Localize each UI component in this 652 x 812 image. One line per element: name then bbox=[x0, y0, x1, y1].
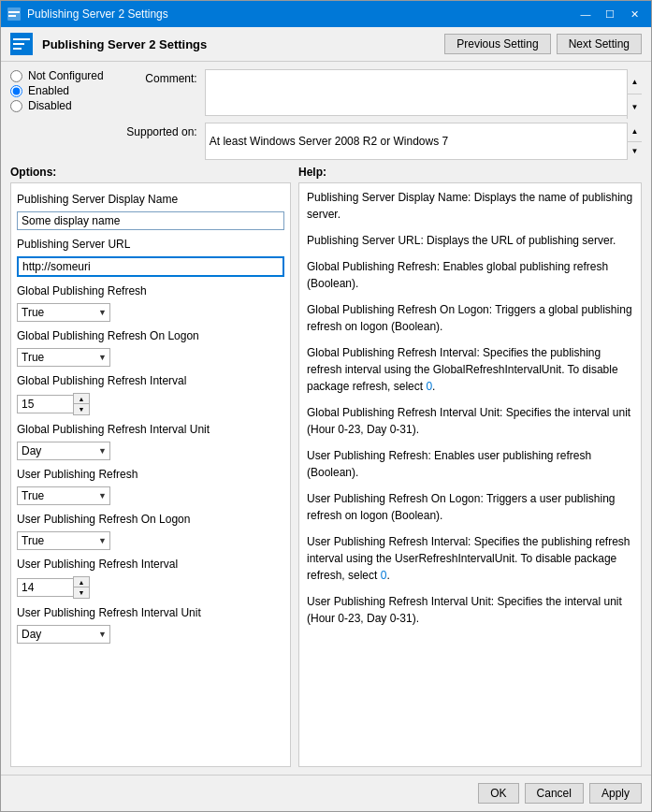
header-title: Publishing Server 2 Settings bbox=[42, 37, 435, 51]
svg-rect-4 bbox=[13, 38, 30, 40]
comment-textarea[interactable] bbox=[205, 69, 642, 116]
help-para-7: User Publishing Refresh: Enables user pu… bbox=[307, 447, 633, 481]
section-labels: Options: Help: bbox=[10, 166, 642, 179]
global-refresh-unit-wrapper: Day Hour ▼ bbox=[17, 442, 110, 460]
main-panels: Publishing Server Display Name Publishin… bbox=[10, 182, 642, 767]
svg-rect-2 bbox=[8, 15, 16, 17]
comment-label: Comment: bbox=[113, 69, 197, 85]
user-refresh-interval-up[interactable]: ▲ bbox=[74, 577, 89, 587]
global-refresh-unit-select[interactable]: Day Hour bbox=[17, 442, 110, 460]
user-refresh-interval-down[interactable]: ▼ bbox=[74, 587, 89, 598]
comment-wrapper: ▲ ▼ bbox=[205, 69, 642, 119]
help-para-5: Global Publishing Refresh Interval: Spec… bbox=[307, 344, 633, 395]
user-refresh-wrapper: True False ▼ bbox=[17, 486, 110, 505]
radio-disabled[interactable]: Disabled bbox=[10, 99, 104, 112]
global-refresh-interval-up[interactable]: ▲ bbox=[74, 394, 89, 404]
global-refresh-unit-label: Global Publishing Refresh Interval Unit bbox=[17, 423, 284, 436]
options-label: Options: bbox=[10, 166, 56, 179]
enabled-label: Enabled bbox=[28, 84, 69, 97]
help-link-2[interactable]: 0 bbox=[381, 569, 387, 582]
supported-wrapper: At least Windows Server 2008 R2 or Windo… bbox=[205, 123, 642, 160]
user-refresh-interval-spinners: ▲ ▼ bbox=[73, 576, 90, 599]
options-label-wrapper: Options: bbox=[10, 166, 291, 179]
global-refresh-select[interactable]: True False bbox=[17, 303, 110, 322]
close-button[interactable]: ✕ bbox=[623, 5, 645, 23]
not-configured-label: Not Configured bbox=[28, 69, 104, 82]
radio-enabled[interactable]: Enabled bbox=[10, 84, 104, 97]
global-refresh-interval-down[interactable]: ▼ bbox=[74, 404, 89, 414]
prev-setting-button[interactable]: Previous Setting bbox=[444, 34, 550, 54]
disabled-label: Disabled bbox=[28, 99, 72, 112]
help-para-4: Global Publishing Refresh On Logon: Trig… bbox=[307, 301, 633, 335]
comment-supported-section: Comment: ▲ ▼ Supported on: At least Wind… bbox=[113, 69, 642, 160]
help-label: Help: bbox=[298, 166, 326, 179]
main-window: Publishing Server 2 Settings — ☐ ✕ Publi… bbox=[0, 0, 652, 812]
svg-rect-0 bbox=[7, 7, 21, 21]
supported-label: Supported on: bbox=[113, 123, 197, 138]
not-configured-radio[interactable] bbox=[10, 70, 22, 82]
help-para-3: Global Publishing Refresh: Enables globa… bbox=[307, 258, 633, 292]
global-refresh-wrapper: True False ▼ bbox=[17, 303, 110, 322]
global-refresh-logon-select[interactable]: True False bbox=[17, 348, 110, 367]
help-para-8: User Publishing Refresh On Logon: Trigge… bbox=[307, 490, 633, 524]
supported-value: At least Windows Server 2008 R2 or Windo… bbox=[205, 123, 642, 160]
content-area: Not Configured Enabled Disabled Comment: bbox=[1, 62, 651, 775]
maximize-button[interactable]: ☐ bbox=[599, 5, 621, 23]
supported-row: Supported on: At least Windows Server 20… bbox=[113, 123, 642, 160]
next-setting-button[interactable]: Next Setting bbox=[557, 34, 642, 54]
help-para-10: User Publishing Refresh Interval Unit: S… bbox=[307, 593, 633, 627]
user-refresh-interval-wrapper: ▲ ▼ bbox=[17, 576, 92, 599]
global-refresh-interval-input[interactable] bbox=[17, 395, 73, 413]
display-name-input[interactable] bbox=[17, 211, 284, 230]
comment-scroll-down[interactable]: ▼ bbox=[628, 94, 642, 119]
user-refresh-logon-select[interactable]: True False bbox=[17, 531, 110, 550]
user-refresh-select[interactable]: True False bbox=[17, 486, 110, 505]
options-panel: Publishing Server Display Name Publishin… bbox=[10, 182, 291, 767]
window-icon bbox=[7, 7, 22, 22]
global-refresh-logon-label: Global Publishing Refresh On Logon bbox=[17, 329, 284, 342]
user-refresh-label: User Publishing Refresh bbox=[17, 468, 284, 481]
help-para-1: Publishing Server Display Name: Displays… bbox=[307, 189, 633, 223]
comment-scroll-up[interactable]: ▲ bbox=[628, 69, 642, 94]
disabled-radio[interactable] bbox=[10, 100, 22, 112]
supported-scroll: ▲ ▼ bbox=[627, 123, 642, 160]
enabled-radio[interactable] bbox=[10, 85, 22, 97]
help-label-wrapper: Help: bbox=[298, 166, 642, 179]
radio-section: Not Configured Enabled Disabled bbox=[10, 69, 104, 154]
user-refresh-interval-input[interactable] bbox=[17, 578, 73, 597]
window-controls: — ☐ ✕ bbox=[574, 5, 645, 23]
footer: OK Cancel Apply bbox=[1, 775, 651, 811]
supported-scroll-down[interactable]: ▼ bbox=[628, 142, 642, 161]
ok-button[interactable]: OK bbox=[478, 783, 518, 804]
header-buttons: Previous Setting Next Setting bbox=[444, 34, 642, 54]
user-refresh-unit-select[interactable]: Day Hour bbox=[17, 625, 110, 644]
cancel-button[interactable]: Cancel bbox=[525, 783, 584, 804]
svg-rect-5 bbox=[13, 43, 24, 45]
user-refresh-logon-label: User Publishing Refresh On Logon bbox=[17, 513, 284, 526]
svg-rect-1 bbox=[8, 11, 20, 13]
supported-scroll-up[interactable]: ▲ bbox=[628, 123, 642, 142]
header-icon bbox=[10, 33, 33, 55]
global-refresh-interval-spinners: ▲ ▼ bbox=[73, 393, 90, 415]
comment-scroll: ▲ ▼ bbox=[627, 69, 642, 119]
help-para-2: Publishing Server URL: Displays the URL … bbox=[307, 232, 633, 249]
user-refresh-unit-wrapper: Day Hour ▼ bbox=[17, 625, 110, 644]
user-refresh-unit-label: User Publishing Refresh Interval Unit bbox=[17, 606, 284, 619]
help-link-1[interactable]: 0 bbox=[426, 380, 432, 393]
minimize-button[interactable]: — bbox=[574, 5, 597, 23]
help-para-9: User Publishing Refresh Interval: Specif… bbox=[307, 533, 633, 584]
global-refresh-logon-wrapper: True False ▼ bbox=[17, 348, 110, 367]
apply-button[interactable]: Apply bbox=[589, 783, 642, 804]
top-section: Not Configured Enabled Disabled Comment: bbox=[10, 69, 642, 160]
url-input[interactable] bbox=[17, 256, 284, 277]
url-label: Publishing Server URL bbox=[17, 238, 284, 251]
user-refresh-logon-wrapper: True False ▼ bbox=[17, 531, 110, 550]
help-panel: Publishing Server Display Name: Displays… bbox=[298, 182, 642, 767]
help-para-6: Global Publishing Refresh Interval Unit:… bbox=[307, 404, 633, 438]
window-title: Publishing Server 2 Settings bbox=[27, 7, 574, 21]
global-refresh-interval-wrapper: ▲ ▼ bbox=[17, 393, 92, 415]
global-refresh-label: Global Publishing Refresh bbox=[17, 284, 284, 297]
global-refresh-interval-label: Global Publishing Refresh Interval bbox=[17, 374, 284, 387]
svg-rect-6 bbox=[13, 48, 22, 50]
radio-not-configured[interactable]: Not Configured bbox=[10, 69, 104, 82]
